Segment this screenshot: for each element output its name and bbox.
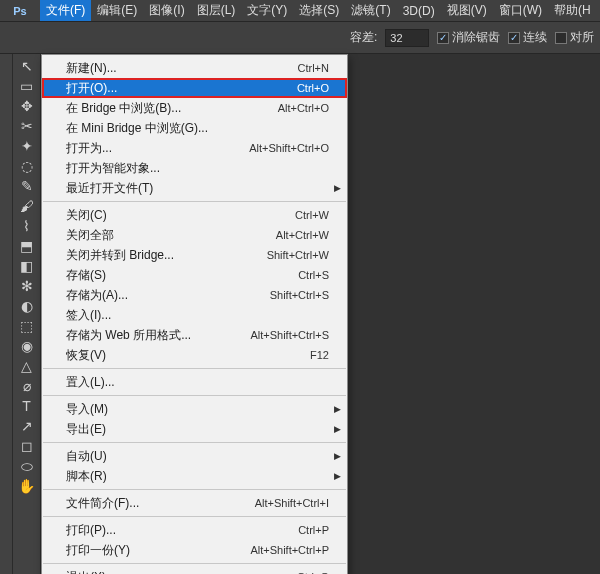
menu-item-label: 文件简介(F)...: [66, 495, 139, 512]
menu-item-label: 置入(L)...: [66, 374, 115, 391]
menu-item-shortcut: Alt+Shift+Ctrl+P: [250, 544, 329, 556]
menu-item-label: 关闭并转到 Bridge...: [66, 247, 174, 264]
menu-item-label: 退出(X): [66, 569, 106, 575]
menu-item[interactable]: 自动(U): [42, 446, 347, 466]
menu-separator: [43, 489, 346, 490]
tool-14[interactable]: ◉: [15, 336, 39, 356]
menu-item-shortcut: Ctrl+P: [298, 524, 329, 536]
menubar-item-4[interactable]: 文字(Y): [241, 0, 293, 21]
menu-item[interactable]: 在 Bridge 中浏览(B)...Alt+Ctrl+O: [42, 98, 347, 118]
menu-item-shortcut: Ctrl+W: [295, 209, 329, 221]
menu-item-shortcut: Alt+Ctrl+O: [278, 102, 329, 114]
menu-separator: [43, 442, 346, 443]
menu-item[interactable]: 打开为智能对象...: [42, 158, 347, 178]
tool-10[interactable]: ◧: [15, 256, 39, 276]
menu-item[interactable]: 打印一份(Y)Alt+Shift+Ctrl+P: [42, 540, 347, 560]
menu-item[interactable]: 在 Mini Bridge 中浏览(G)...: [42, 118, 347, 138]
menu-item[interactable]: 最近打开文件(T): [42, 178, 347, 198]
menu-item-label: 新建(N)...: [66, 60, 117, 77]
menu-item-label: 打开为...: [66, 140, 112, 157]
menu-item[interactable]: 新建(N)...Ctrl+N: [42, 58, 347, 78]
menu-item[interactable]: 置入(L)...: [42, 372, 347, 392]
menu-item-label: 在 Bridge 中浏览(B)...: [66, 100, 181, 117]
menubar-item-3[interactable]: 图层(L): [191, 0, 242, 21]
menu-item[interactable]: 脚本(R): [42, 466, 347, 486]
tool-4[interactable]: ✦: [15, 136, 39, 156]
menu-item[interactable]: 关闭(C)Ctrl+W: [42, 205, 347, 225]
tool-6[interactable]: ✎: [15, 176, 39, 196]
menu-item-label: 脚本(R): [66, 468, 107, 485]
menu-item-shortcut: Alt+Ctrl+W: [276, 229, 329, 241]
tool-13[interactable]: ⬚: [15, 316, 39, 336]
menubar: Ps 文件(F)编辑(E)图像(I)图层(L)文字(Y)选择(S)滤镜(T)3D…: [0, 0, 600, 22]
menu-item[interactable]: 存储为 Web 所用格式...Alt+Shift+Ctrl+S: [42, 325, 347, 345]
option-bar: 容差: 消除锯齿 连续 对所: [0, 22, 600, 54]
tool-0[interactable]: ↖: [15, 56, 39, 76]
menubar-item-1[interactable]: 编辑(E): [91, 0, 143, 21]
menu-item-label: 打印一份(Y): [66, 542, 130, 559]
menu-item[interactable]: 文件简介(F)...Alt+Shift+Ctrl+I: [42, 493, 347, 513]
menubar-item-8[interactable]: 视图(V): [441, 0, 493, 21]
menu-item[interactable]: 关闭并转到 Bridge...Shift+Ctrl+W: [42, 245, 347, 265]
menubar-item-7[interactable]: 3D(D): [397, 0, 441, 21]
menu-item-shortcut: Ctrl+N: [298, 62, 329, 74]
menu-item-shortcut: Shift+Ctrl+W: [267, 249, 329, 261]
tool-3[interactable]: ✂: [15, 116, 39, 136]
menu-item[interactable]: 导入(M): [42, 399, 347, 419]
menubar-item-5[interactable]: 选择(S): [293, 0, 345, 21]
tool-12[interactable]: ◐: [15, 296, 39, 316]
menu-item-label: 恢复(V): [66, 347, 106, 364]
menu-item-label: 存储为(A)...: [66, 287, 128, 304]
tool-5[interactable]: ◌: [15, 156, 39, 176]
contiguous-label: 连续: [523, 29, 547, 46]
all-layers-label: 对所: [570, 29, 594, 46]
tolerance-input[interactable]: [385, 29, 429, 47]
menubar-item-0[interactable]: 文件(F): [40, 0, 91, 21]
tool-9[interactable]: ⬒: [15, 236, 39, 256]
toolbar: ↖▭✥✂✦◌✎🖌⌇⬒◧✻◐⬚◉△⌀T↗◻⬭✋: [13, 54, 41, 574]
menubar-item-6[interactable]: 滤镜(T): [345, 0, 396, 21]
tool-18[interactable]: ↗: [15, 416, 39, 436]
menu-item[interactable]: 恢复(V)F12: [42, 345, 347, 365]
menu-item[interactable]: 签入(I)...: [42, 305, 347, 325]
all-layers-checkbox[interactable]: [555, 32, 567, 44]
menu-item[interactable]: 存储为(A)...Shift+Ctrl+S: [42, 285, 347, 305]
menu-item-label: 存储为 Web 所用格式...: [66, 327, 191, 344]
tool-21[interactable]: ✋: [15, 476, 39, 496]
menu-item-shortcut: Alt+Shift+Ctrl+I: [255, 497, 329, 509]
tool-2[interactable]: ✥: [15, 96, 39, 116]
menu-item-label: 导入(M): [66, 401, 108, 418]
menu-item-label: 关闭(C): [66, 207, 107, 224]
tool-20[interactable]: ⬭: [15, 456, 39, 476]
menu-item[interactable]: 退出(X)Ctrl+Q: [42, 567, 347, 574]
tool-15[interactable]: △: [15, 356, 39, 376]
tool-16[interactable]: ⌀: [15, 376, 39, 396]
menubar-item-2[interactable]: 图像(I): [143, 0, 190, 21]
tolerance-label: 容差:: [350, 29, 377, 46]
file-menu-dropdown: 新建(N)...Ctrl+N打开(O)...Ctrl+O在 Bridge 中浏览…: [41, 54, 348, 574]
menu-item[interactable]: 打开(O)...Ctrl+O: [42, 78, 347, 98]
tool-8[interactable]: ⌇: [15, 216, 39, 236]
menu-item[interactable]: 关闭全部Alt+Ctrl+W: [42, 225, 347, 245]
tool-19[interactable]: ◻: [15, 436, 39, 456]
antialias-label: 消除锯齿: [452, 29, 500, 46]
menubar-item-10[interactable]: 帮助(H: [548, 0, 597, 21]
canvas-area: 新建(N)...Ctrl+N打开(O)...Ctrl+O在 Bridge 中浏览…: [41, 54, 600, 574]
contiguous-checkbox[interactable]: [508, 32, 520, 44]
menu-item[interactable]: 打印(P)...Ctrl+P: [42, 520, 347, 540]
menu-item[interactable]: 存储(S)Ctrl+S: [42, 265, 347, 285]
tool-1[interactable]: ▭: [15, 76, 39, 96]
menu-item-shortcut: Ctrl+O: [297, 82, 329, 94]
menu-item[interactable]: 导出(E): [42, 419, 347, 439]
tool-11[interactable]: ✻: [15, 276, 39, 296]
menu-item[interactable]: 打开为...Alt+Shift+Ctrl+O: [42, 138, 347, 158]
menu-item-label: 自动(U): [66, 448, 107, 465]
tool-7[interactable]: 🖌: [15, 196, 39, 216]
menu-separator: [43, 395, 346, 396]
tool-17[interactable]: T: [15, 396, 39, 416]
menu-item-label: 存储(S): [66, 267, 106, 284]
menubar-item-9[interactable]: 窗口(W): [493, 0, 548, 21]
menu-item-label: 在 Mini Bridge 中浏览(G)...: [66, 120, 208, 137]
antialias-checkbox[interactable]: [437, 32, 449, 44]
menu-item-shortcut: Alt+Shift+Ctrl+S: [250, 329, 329, 341]
